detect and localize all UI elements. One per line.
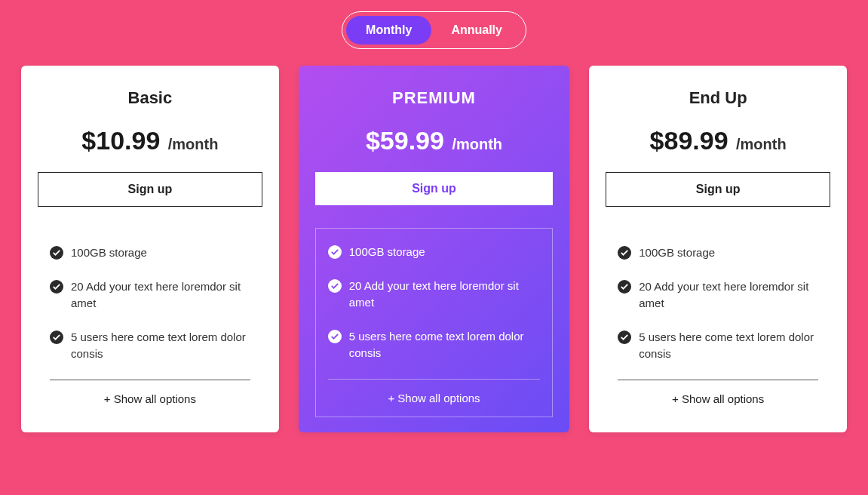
price-row: $89.99 /month xyxy=(606,126,830,155)
price-row: $10.99 /month xyxy=(38,126,262,155)
period: /month xyxy=(452,136,502,152)
feature-item: 20 Add your text here loremdor sit amet xyxy=(50,278,250,312)
check-circle-icon xyxy=(328,279,342,293)
check-circle-icon xyxy=(328,245,342,259)
toggle-monthly[interactable]: Monthly xyxy=(346,16,431,45)
billing-toggle: Monthly Annually xyxy=(21,11,847,49)
toggle-annually[interactable]: Annually xyxy=(431,16,522,45)
feature-text: 20 Add your text here loremdor sit amet xyxy=(639,278,818,312)
show-all-options[interactable]: + Show all options xyxy=(618,380,818,417)
feature-text: 5 users here come text lorem dolor consi… xyxy=(349,328,541,362)
feature-item: 20 Add your text here loremdor sit amet xyxy=(618,278,818,312)
price: $10.99 xyxy=(81,126,160,155)
feature-text: 100GB storage xyxy=(71,244,147,262)
feature-item: 100GB storage xyxy=(50,244,250,262)
signup-button[interactable]: Sign up xyxy=(38,172,262,207)
feature-item: 100GB storage xyxy=(618,244,818,262)
plan-end-up: End Up $89.99 /month Sign up 100GB stora… xyxy=(589,66,847,432)
feature-item: 100GB storage xyxy=(328,244,541,261)
show-all-options[interactable]: + Show all options xyxy=(328,379,541,417)
check-circle-icon xyxy=(50,246,63,260)
price: $59.99 xyxy=(366,126,444,155)
check-circle-icon xyxy=(50,331,63,344)
plan-premium: PREMIUM $59.99 /month Sign up 100GB stor… xyxy=(299,66,570,432)
signup-button[interactable]: Sign up xyxy=(315,172,554,205)
period: /month xyxy=(168,136,219,152)
pricing-cards: Basic $10.99 /month Sign up 100GB storag… xyxy=(21,66,847,432)
toggle-pill: Monthly Annually xyxy=(342,11,526,49)
feature-item: 5 users here come text lorem dolor consi… xyxy=(618,329,818,363)
feature-text: 20 Add your text here loremdor sit amet xyxy=(71,278,250,312)
price: $89.99 xyxy=(650,126,728,155)
check-circle-icon xyxy=(50,280,63,294)
signup-button[interactable]: Sign up xyxy=(606,172,830,207)
plan-name: Basic xyxy=(38,88,262,108)
period: /month xyxy=(736,136,787,152)
feature-list: 100GB storage 20 Add your text here lore… xyxy=(315,228,554,417)
check-circle-icon xyxy=(618,280,631,294)
show-all-options[interactable]: + Show all options xyxy=(50,380,250,417)
feature-item: 5 users here come text lorem dolor consi… xyxy=(50,329,250,363)
feature-item: 20 Add your text here loremdor sit amet xyxy=(328,278,541,312)
feature-text: 5 users here come text lorem dolor consi… xyxy=(71,329,250,363)
price-row: $59.99 /month xyxy=(315,126,554,155)
feature-list: 100GB storage 20 Add your text here lore… xyxy=(38,229,262,417)
feature-text: 5 users here come text lorem dolor consi… xyxy=(639,329,818,363)
check-circle-icon xyxy=(618,246,631,260)
feature-list: 100GB storage 20 Add your text here lore… xyxy=(606,229,830,417)
check-circle-icon xyxy=(328,330,342,343)
feature-text: 100GB storage xyxy=(349,244,425,261)
check-circle-icon xyxy=(618,331,631,344)
feature-text: 100GB storage xyxy=(639,244,715,262)
plan-name: PREMIUM xyxy=(315,88,554,108)
plan-basic: Basic $10.99 /month Sign up 100GB storag… xyxy=(21,66,279,432)
feature-item: 5 users here come text lorem dolor consi… xyxy=(328,328,541,362)
plan-name: End Up xyxy=(606,88,830,108)
feature-text: 20 Add your text here loremdor sit amet xyxy=(349,278,541,312)
